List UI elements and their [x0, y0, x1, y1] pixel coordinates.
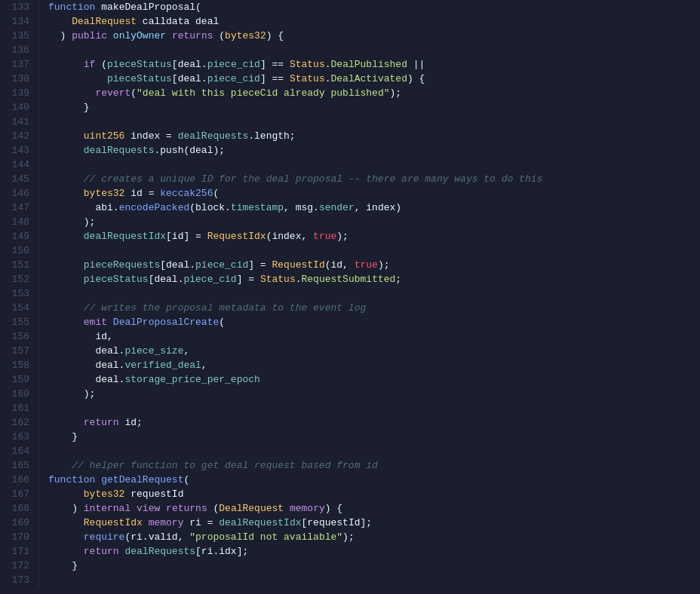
code-line: deal.verified_deal, — [48, 358, 700, 372]
code-line — [48, 401, 700, 415]
line-number: 137 — [9, 57, 29, 72]
line-number: 154 — [9, 301, 29, 315]
line-number: 165 — [9, 458, 29, 473]
line-number: 173 — [9, 573, 29, 587]
line-number: 158 — [9, 358, 29, 372]
line-number: 172 — [9, 559, 29, 573]
code-line: return dealRequests[ri.idx]; — [48, 544, 700, 559]
code-line: } — [48, 100, 700, 115]
code-line: dealRequests.push(deal); — [48, 143, 700, 158]
line-number: 157 — [9, 344, 29, 358]
line-number: 160 — [9, 387, 29, 401]
line-number: 151 — [9, 258, 29, 272]
code-line: // creates a unique ID for the deal prop… — [48, 172, 700, 186]
code-line: abi.encodePacked(block.timestamp, msg.se… — [48, 201, 700, 215]
line-number: 161 — [9, 401, 29, 415]
line-number: 150 — [9, 243, 29, 258]
code-line — [48, 444, 700, 458]
line-number: 136 — [9, 43, 29, 57]
code-line — [48, 158, 700, 172]
line-number: 141 — [9, 115, 29, 129]
line-number: 164 — [9, 444, 29, 458]
code-line: ) public onlyOwner returns (bytes32) { — [48, 29, 700, 43]
line-number: 152 — [9, 272, 29, 286]
code-line: id, — [48, 329, 700, 344]
line-numbers: 1331341351361371381391401411421431441451… — [0, 0, 39, 587]
code-line: pieceStatus[deal.piece_cid] == Status.De… — [48, 72, 700, 86]
line-number: 134 — [9, 14, 29, 29]
line-number: 147 — [9, 201, 29, 215]
code-line: ); — [48, 215, 700, 229]
code-line: revert("deal with this pieceCid already … — [48, 86, 700, 100]
code-line — [48, 115, 700, 129]
code-line: emit DealProposalCreate( — [48, 315, 700, 329]
code-line: require(ri.valid, "proposalId not availa… — [48, 530, 700, 544]
line-number: 159 — [9, 372, 29, 387]
code-line: uint256 index = dealRequests.length; — [48, 129, 700, 143]
line-number: 144 — [9, 158, 29, 172]
code-line: RequestIdx memory ri = dealRequestIdx[re… — [48, 516, 700, 530]
line-number: 168 — [9, 501, 29, 516]
code-line: if (pieceStatus[deal.piece_cid] == Statu… — [48, 57, 700, 72]
code-line: // helper function to get deal request b… — [48, 458, 700, 473]
line-number: 163 — [9, 430, 29, 444]
code-line: // writes the proposal metadata to the e… — [48, 301, 700, 315]
code-editor: 1331341351361371381391401411421431441451… — [0, 0, 700, 587]
code-line: pieceStatus[deal.piece_cid] = Status.Req… — [48, 272, 700, 286]
code-line: } — [48, 559, 700, 573]
line-number: 140 — [9, 100, 29, 115]
code-line — [48, 573, 700, 587]
line-number: 153 — [9, 286, 29, 301]
code-line: dealRequestIdx[id] = RequestIdx(index, t… — [48, 229, 700, 243]
line-number: 149 — [9, 229, 29, 243]
line-number: 156 — [9, 329, 29, 344]
code-line — [48, 43, 700, 57]
code-line: deal.piece_size, — [48, 344, 700, 358]
line-number: 170 — [9, 530, 29, 544]
code-line — [48, 286, 700, 301]
line-number: 167 — [9, 487, 29, 501]
code-line: } — [48, 430, 700, 444]
code-content: function makeDealProposal( DealRequest c… — [39, 0, 700, 587]
line-number: 145 — [9, 172, 29, 186]
line-number: 135 — [9, 29, 29, 43]
code-line — [48, 243, 700, 258]
code-line: function makeDealProposal( — [48, 0, 700, 14]
code-line: function getDealRequest( — [48, 473, 700, 487]
line-number: 166 — [9, 473, 29, 487]
line-number: 171 — [9, 544, 29, 559]
line-number: 143 — [9, 143, 29, 158]
line-number: 142 — [9, 129, 29, 143]
line-number: 169 — [9, 516, 29, 530]
code-line: bytes32 id = keccak256( — [48, 186, 700, 201]
line-number: 138 — [9, 72, 29, 86]
code-line: pieceRequests[deal.piece_cid] = RequestI… — [48, 258, 700, 272]
line-number: 162 — [9, 415, 29, 430]
line-number: 148 — [9, 215, 29, 229]
line-number: 133 — [9, 0, 29, 14]
code-line: ) internal view returns (DealRequest mem… — [48, 501, 700, 516]
code-line: ); — [48, 387, 700, 401]
code-line: deal.storage_price_per_epoch — [48, 372, 700, 387]
line-number: 155 — [9, 315, 29, 329]
line-number: 139 — [9, 86, 29, 100]
code-line: DealRequest calldata deal — [48, 14, 700, 29]
code-line: return id; — [48, 415, 700, 430]
line-number: 146 — [9, 186, 29, 201]
code-line: bytes32 requestId — [48, 487, 700, 501]
